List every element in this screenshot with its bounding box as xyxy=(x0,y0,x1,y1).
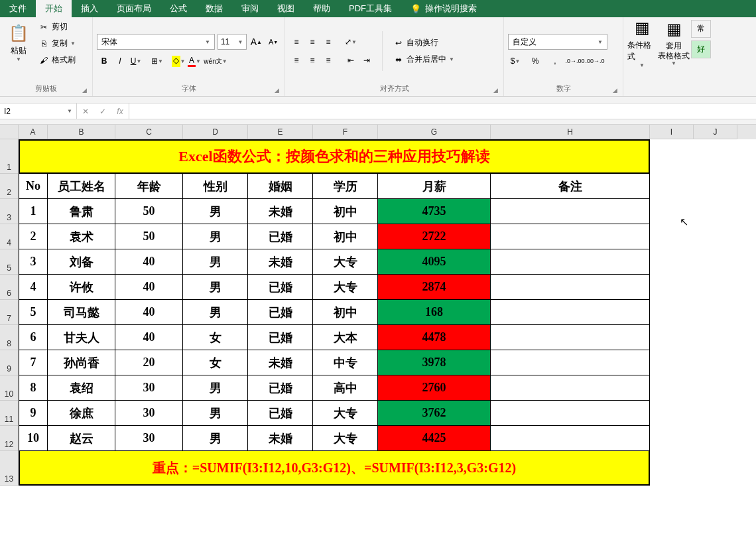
cell-style-regular[interactable]: 常 xyxy=(691,20,711,38)
table-cell[interactable]: 高中 xyxy=(313,375,378,401)
table-cell[interactable] xyxy=(491,249,650,275)
table-cell[interactable]: 男 xyxy=(183,199,248,224)
table-cell[interactable]: 4095 xyxy=(378,249,491,275)
table-cell[interactable] xyxy=(491,375,650,401)
table-cell[interactable]: 1 xyxy=(19,199,48,224)
table-cell[interactable] xyxy=(491,199,650,224)
table-cell[interactable]: 6 xyxy=(19,325,48,350)
tab-search[interactable]: 💡 操作说明搜索 xyxy=(401,0,486,17)
tab-formula[interactable]: 公式 xyxy=(160,0,196,17)
copy-button[interactable]: ⎘复制▼ xyxy=(36,36,78,50)
table-cell[interactable]: 5 xyxy=(19,300,48,325)
row-header-7[interactable]: 7 xyxy=(0,300,19,325)
table-cell[interactable]: 大专 xyxy=(313,401,378,426)
table-cell[interactable]: 50 xyxy=(115,199,183,224)
orientation-button[interactable]: ⤢▼ xyxy=(344,34,358,49)
table-cell[interactable] xyxy=(491,401,650,426)
table-cell[interactable]: 30 xyxy=(115,375,183,401)
increase-decimal-button[interactable]: .0→.00 xyxy=(568,54,582,68)
fill-color-button[interactable]: ◇▼ xyxy=(171,54,186,68)
column-header-B[interactable]: B xyxy=(48,125,115,139)
percent-button[interactable]: % xyxy=(528,54,542,68)
column-header-D[interactable]: D xyxy=(183,125,248,139)
cut-button[interactable]: ✂剪切 xyxy=(36,20,78,34)
align-left-button[interactable]: ≡ xyxy=(289,53,304,68)
table-header[interactable]: 员工姓名 xyxy=(48,174,115,199)
cancel-formula-button[interactable]: ✕ xyxy=(77,103,94,119)
merge-center-button[interactable]: ⬌合并后居中▼ xyxy=(391,52,457,66)
comma-button[interactable]: , xyxy=(548,54,562,68)
table-cell[interactable] xyxy=(491,300,650,325)
border-button[interactable]: ⊞▼ xyxy=(150,54,164,68)
number-format-select[interactable]: 自定义▼ xyxy=(508,34,607,50)
font-color-button[interactable]: A▼ xyxy=(187,54,202,68)
table-cell[interactable]: 徐庶 xyxy=(48,401,115,426)
tab-layout[interactable]: 页面布局 xyxy=(107,0,160,17)
table-cell[interactable]: 4478 xyxy=(378,325,491,350)
font-name-select[interactable]: 宋体▼ xyxy=(97,34,215,50)
table-cell[interactable]: 2722 xyxy=(378,224,491,249)
table-cell[interactable]: 3762 xyxy=(378,401,491,426)
table-cell[interactable]: 大专 xyxy=(313,275,378,300)
table-cell[interactable]: 男 xyxy=(183,401,248,426)
table-cell[interactable]: 男 xyxy=(183,300,248,325)
row-header-3[interactable]: 3 xyxy=(0,199,19,224)
table-cell[interactable] xyxy=(491,350,650,375)
row-header-1[interactable]: 1 xyxy=(0,139,19,174)
font-size-select[interactable]: 11▼ xyxy=(218,34,247,50)
tab-pdf[interactable]: PDF工具集 xyxy=(340,0,401,17)
row-header-12[interactable]: 12 xyxy=(0,426,19,451)
fx-button[interactable]: fx xyxy=(111,103,129,119)
align-right-button[interactable]: ≡ xyxy=(321,53,336,68)
tab-view[interactable]: 视图 xyxy=(268,0,304,17)
dialog-launcher-icon[interactable]: ◢ xyxy=(82,87,87,94)
format-as-table-button[interactable]: ▦ 套用 表格格式 ▼ xyxy=(659,20,688,66)
table-header[interactable]: No xyxy=(19,174,48,199)
table-header[interactable]: 备注 xyxy=(491,174,650,199)
table-cell[interactable]: 女 xyxy=(183,350,248,375)
table-cell[interactable]: 男 xyxy=(183,224,248,249)
enter-formula-button[interactable]: ✓ xyxy=(94,103,111,119)
sheet-footer[interactable]: 重点：=SUMIF(I3:I12,10,G3:G12)、=SUMIF(I3:I1… xyxy=(19,451,650,486)
table-cell[interactable]: 2 xyxy=(19,224,48,249)
column-header-H[interactable]: H xyxy=(491,125,650,139)
table-cell[interactable]: 刘备 xyxy=(48,249,115,275)
table-cell[interactable] xyxy=(491,426,650,451)
wrap-text-button[interactable]: ↩自动换行 xyxy=(391,36,457,50)
table-cell[interactable]: 已婚 xyxy=(248,300,313,325)
table-cell[interactable]: 鲁肃 xyxy=(48,199,115,224)
row-header-13[interactable]: 13 xyxy=(0,451,19,486)
underline-button[interactable]: U▼ xyxy=(129,54,143,68)
table-cell[interactable]: 司马懿 xyxy=(48,300,115,325)
grow-font-button[interactable]: A▲ xyxy=(249,34,264,49)
align-middle-button[interactable]: ≡ xyxy=(305,34,320,49)
table-cell[interactable]: 甘夫人 xyxy=(48,325,115,350)
table-cell[interactable]: 中专 xyxy=(313,350,378,375)
italic-button[interactable]: I xyxy=(113,54,127,68)
table-cell[interactable]: 4735 xyxy=(378,199,491,224)
table-cell[interactable] xyxy=(491,275,650,300)
row-header-2[interactable]: 2 xyxy=(0,174,19,199)
column-header-I[interactable]: I xyxy=(650,125,694,139)
table-cell[interactable]: 7 xyxy=(19,350,48,375)
table-cell[interactable]: 初中 xyxy=(313,224,378,249)
bold-button[interactable]: B xyxy=(97,54,111,68)
table-cell[interactable]: 已婚 xyxy=(248,401,313,426)
table-cell[interactable]: 2874 xyxy=(378,275,491,300)
name-box[interactable]: I2▼ xyxy=(0,103,77,119)
table-cell[interactable] xyxy=(491,224,650,249)
tab-home[interactable]: 开始 xyxy=(36,0,72,17)
align-center-button[interactable]: ≡ xyxy=(305,53,320,68)
table-cell[interactable]: 男 xyxy=(183,426,248,451)
table-cell[interactable]: 未婚 xyxy=(248,249,313,275)
table-cell[interactable]: 30 xyxy=(115,426,183,451)
tab-insert[interactable]: 插入 xyxy=(72,0,107,17)
column-header-C[interactable]: C xyxy=(115,125,183,139)
decrease-decimal-button[interactable]: .00→.0 xyxy=(588,54,602,68)
table-cell[interactable]: 已婚 xyxy=(248,224,313,249)
row-header-5[interactable]: 5 xyxy=(0,249,19,275)
table-cell[interactable] xyxy=(491,325,650,350)
table-cell[interactable]: 2760 xyxy=(378,375,491,401)
table-cell[interactable]: 大本 xyxy=(313,325,378,350)
table-cell[interactable]: 9 xyxy=(19,401,48,426)
